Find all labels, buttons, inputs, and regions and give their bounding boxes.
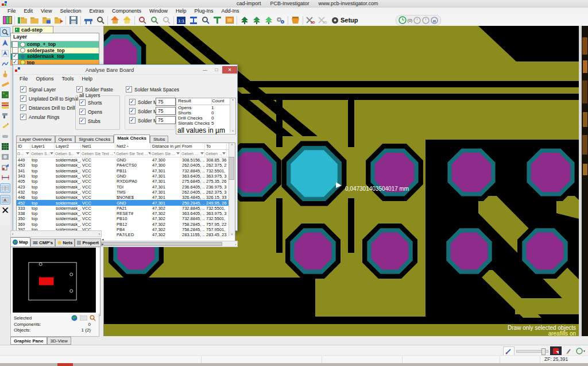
maximize-button[interactable]: □ [211, 66, 222, 74]
snapshot-icon[interactable] [1, 152, 10, 161]
table-row[interactable]: 369topsoldermask_...VCCPB1247,302758.284… [17, 222, 235, 227]
table-row[interactable]: 452topsoldermask_...VCCGND47,301250.2845… [17, 200, 235, 205]
column-header[interactable]: From [181, 144, 205, 149]
pan-hand-icon[interactable] [1, 70, 10, 78]
filter-cell[interactable]: Geben S... [55, 150, 81, 157]
cut-3d-icon[interactable]: 3D [304, 16, 316, 25]
layer-list-hscrollbar[interactable]: ‹› [10, 230, 102, 237]
dimension-icon[interactable] [1, 173, 10, 182]
dialog-menu-item[interactable]: Tools [58, 76, 78, 82]
clock-icon[interactable] [413, 17, 421, 24]
grid-icon[interactable] [1, 142, 10, 151]
table-row[interactable]: 343topsoldermask_...VCCGND47,301363.6405… [17, 174, 235, 179]
window-titlebar[interactable]: cad-import PCB-Investigator www.pcb-inve… [0, 0, 588, 7]
check-solder-paste[interactable]: Solder Paste [76, 86, 113, 93]
clock-icon[interactable] [422, 17, 430, 24]
magnifier-small-icon[interactable] [90, 315, 96, 321]
dialog-menu-item[interactable]: Help [78, 76, 97, 82]
column-header[interactable]: To [205, 144, 227, 149]
mask-value-input[interactable]: 75 [156, 116, 176, 124]
close-button[interactable]: ✕ [222, 66, 237, 74]
ruler-icon[interactable] [1, 80, 10, 88]
transparency-slider[interactable] [516, 350, 548, 353]
menu-item[interactable]: Window [145, 8, 172, 14]
workbench-icon[interactable] [82, 16, 94, 25]
layer-color-dot[interactable] [20, 54, 25, 59]
menu-item[interactable]: Extras [85, 8, 108, 14]
clock-active-icon[interactable] [399, 16, 407, 24]
tab-3d-view[interactable]: 3D-View [47, 337, 71, 345]
right-dock-strip[interactable] [579, 26, 588, 336]
mask-value-input[interactable]: 75 [156, 107, 176, 115]
menu-item[interactable]: File [3, 8, 20, 14]
layer-row-comp_+_top[interactable]: comp_+_top [11, 41, 99, 48]
setup-button[interactable]: Setup [328, 16, 361, 25]
tab-graphic-pane[interactable]: Graphic Pane [10, 337, 47, 345]
menu-item[interactable]: Selection [56, 8, 85, 14]
layer-row-soldermask_top[interactable]: soldermask_top [11, 53, 99, 60]
close-folder-icon[interactable] [52, 16, 64, 25]
column-header[interactable]: Net1 [81, 144, 115, 149]
column-header[interactable]: Layer2 [55, 144, 81, 149]
tab-map[interactable]: Map [10, 237, 30, 246]
draw-style-icon[interactable] [503, 346, 514, 356]
check-signal-layer[interactable]: Signal Layer [20, 86, 56, 93]
menu-item[interactable]: View [37, 8, 56, 14]
filter-cell[interactable]: Geben Sie ... [151, 150, 181, 157]
drill-tool-icon[interactable] [1, 111, 10, 120]
zoom-tool-icon[interactable] [0, 27, 10, 37]
layer-color-dot[interactable] [20, 48, 25, 53]
slider-thumb[interactable] [541, 348, 546, 355]
table-vscrollbar[interactable]: ˄˅ [229, 143, 235, 236]
minimize-button[interactable]: — [199, 66, 211, 74]
component-box-icon[interactable] [223, 16, 235, 25]
save-icon[interactable] [67, 16, 79, 25]
close-tool-icon[interactable]: ✕ [1, 206, 10, 215]
layer-colors-icon[interactable] [1, 16, 13, 25]
table-row[interactable]: 350topsoldermask_...VCCPB1047,302732.884… [17, 216, 235, 221]
zoom-icon[interactable] [94, 16, 106, 25]
column-header[interactable]: Net2 [115, 144, 151, 149]
select-area-arrow-icon[interactable] [1, 49, 10, 57]
table-row[interactable]: 341topsoldermask_...VCCPB1147,301732.884… [17, 168, 235, 174]
net-tree-icon[interactable] [250, 16, 262, 25]
menu-item[interactable]: Components [108, 8, 145, 14]
one-to-one-icon[interactable]: 1:1 [175, 16, 187, 25]
mask-value-input[interactable]: 75 [156, 98, 176, 106]
draw-pencil-icon[interactable] [1, 121, 10, 130]
layer-row-solderpaste_top[interactable]: solderpaste_top [11, 48, 99, 54]
home-orange-icon[interactable] [109, 16, 121, 25]
check-mask-spaces[interactable]: Solder Mask Spaces [126, 86, 179, 93]
tab-scroll-arrows[interactable]: ◂ ▸ [102, 237, 104, 246]
open-folder-icon[interactable] [28, 16, 40, 25]
table-row[interactable]: 453topsoldermask_...VCCPA4/CTS047,300262… [17, 163, 235, 168]
flag-mode-icon[interactable] [550, 346, 562, 356]
dialog-menu-item[interactable]: File [16, 76, 32, 82]
tab-properties[interactable]: Propert [75, 238, 100, 246]
menu-item[interactable]: Edit [20, 8, 37, 14]
table-row[interactable]: 423topsoldermask_...VCCTDI47,301236.6405… [17, 184, 235, 189]
result-row[interactable]: Signals Checks5 [176, 121, 235, 125]
test-pin-icon[interactable] [211, 16, 223, 25]
tab-cmps[interactable]: CMP's [30, 238, 55, 246]
measure-icon[interactable] [187, 16, 199, 25]
column-header[interactable]: ID [17, 144, 30, 149]
layer-stack-icon[interactable] [1, 101, 10, 109]
table-row[interactable]: 333topsoldermask_...VCCPA2147,302732.884… [17, 206, 235, 211]
dialog-titlebar[interactable]: Analyse Bare Board — □ ✕ [13, 65, 237, 75]
menu-item[interactable]: Add-Ins [218, 8, 243, 14]
gears-icon[interactable] [274, 16, 287, 25]
result-row[interactable]: Shorts0 [176, 110, 235, 115]
layer-checkbox[interactable] [12, 41, 18, 48]
result-row[interactable]: Drill Checks0 [176, 115, 235, 121]
check-distances-drill[interactable]: Distances Drill to Drill [20, 105, 75, 111]
result-row[interactable]: Opens1 [176, 105, 235, 110]
zoom-prev-icon[interactable] [136, 16, 148, 25]
swatch-icon[interactable] [80, 315, 87, 321]
zip-folder-icon[interactable] [40, 16, 52, 25]
globe-small-icon[interactable] [71, 315, 78, 321]
pencil-mode-icon[interactable] [563, 347, 574, 355]
filter-cell[interactable]: Geben Sie Text ... [81, 150, 115, 157]
check-opens[interactable]: Opens [79, 109, 102, 115]
filter-cell[interactable]: Geben ... [181, 150, 205, 157]
